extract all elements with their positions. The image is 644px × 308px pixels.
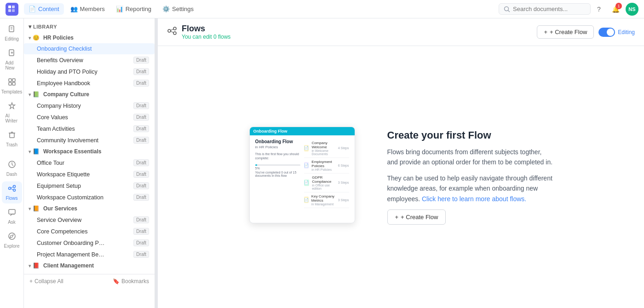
content-icon: 📄 bbox=[29, 6, 36, 12]
flow-item-icon: 📄 bbox=[304, 197, 309, 203]
flows-para2: They can be used to help easily navigate… bbox=[387, 173, 553, 204]
flow-item-sub: in Welcome Documents bbox=[311, 149, 338, 156]
flow-item-2: 📄 GDPR Compliance in Office use edition … bbox=[304, 174, 349, 192]
flows-create-flow-button[interactable]: + + Create Flow bbox=[387, 209, 446, 225]
flow-item-icon: 📄 bbox=[304, 162, 309, 169]
sidebar-employee-handbook[interactable]: Employee Handbook Draft bbox=[24, 77, 155, 89]
sidebar-holiday-pto-policy[interactable]: Holiday and PTO Policy Draft bbox=[24, 66, 155, 77]
editing-label: Editing bbox=[5, 36, 19, 41]
chevron-down-icon: ▾ bbox=[29, 206, 31, 211]
sidebar-item-editing[interactable]: Editing bbox=[2, 22, 22, 44]
sidebar-equipment-setup[interactable]: Equipment Setup Draft bbox=[24, 180, 155, 192]
avatar[interactable]: NS bbox=[626, 3, 638, 16]
bookmarks-button[interactable]: 🔖 Bookmarks bbox=[113, 278, 149, 285]
sidebar-item-flows[interactable]: Flows bbox=[2, 181, 22, 203]
sidebar-item-templates[interactable]: Templates bbox=[2, 75, 22, 97]
sidebar-office-tour[interactable]: Office Tour Draft bbox=[24, 157, 155, 169]
flow-item-icon: 📄 bbox=[304, 145, 309, 151]
sidebar-item-ai-writer[interactable]: AI Writer bbox=[2, 99, 22, 126]
sidebar-community-involvement[interactable]: Community Involvement Draft bbox=[24, 134, 155, 146]
collapse-all-button[interactable]: + Collapse All bbox=[29, 278, 63, 285]
ask-icon bbox=[8, 208, 16, 219]
item-label: Company History bbox=[37, 103, 81, 109]
nav-settings-label: Settings bbox=[172, 6, 194, 12]
nav-content-label: Content bbox=[38, 6, 59, 12]
library-label: Library bbox=[33, 24, 57, 29]
our-services-label: Our Services bbox=[43, 205, 77, 212]
reporting-icon: 📊 bbox=[116, 6, 123, 12]
plus-icon: + bbox=[544, 29, 547, 35]
nav-members[interactable]: 👥 Members bbox=[66, 3, 109, 15]
flow-item-text-block: Company Welcome in Welcome Documents bbox=[311, 141, 338, 156]
sidebar: ▾ Library ▾ 😊 HR Policies Onboarding Che… bbox=[24, 18, 155, 308]
members-icon: 👥 bbox=[70, 6, 78, 12]
draft-badge: Draft bbox=[133, 228, 149, 235]
templates-label: Templates bbox=[1, 89, 23, 94]
svg-line-30 bbox=[171, 29, 173, 30]
category-workspace-essentials[interactable]: ▾ 📘 Workspace Essentials bbox=[24, 146, 155, 157]
explore-icon bbox=[8, 232, 16, 243]
item-label: Customer Onboarding Proce... bbox=[37, 240, 106, 246]
svg-point-20 bbox=[8, 187, 11, 190]
sidebar-core-competencies[interactable]: Core Competencies Draft bbox=[24, 226, 155, 237]
flows-para1: Flows bring documents from different sub… bbox=[387, 147, 553, 168]
search-input[interactable] bbox=[513, 6, 577, 12]
item-label: Workspace Etiquette bbox=[37, 171, 90, 178]
svg-point-21 bbox=[13, 186, 15, 188]
sidebar-core-values[interactable]: Core Values Draft bbox=[24, 111, 155, 123]
flow-card-main-title: Onboarding Flow bbox=[255, 139, 300, 144]
sidebar-item-dash[interactable]: Dash bbox=[2, 157, 22, 180]
sidebar-company-history[interactable]: Company History Draft bbox=[24, 100, 155, 111]
item-label: Onboarding Checklist bbox=[37, 46, 92, 52]
header-create-flow-button[interactable]: + + Create Flow bbox=[537, 25, 594, 39]
nav-settings[interactable]: ⚙️ Settings bbox=[158, 3, 198, 15]
sidebar-item-add-new[interactable]: Add New bbox=[2, 46, 22, 73]
sidebar-workspace-customization[interactable]: Workspace Customization Draft bbox=[24, 192, 155, 203]
notifications-button[interactable]: 🔔 1 bbox=[609, 3, 622, 16]
search-bar[interactable] bbox=[499, 3, 591, 15]
svg-rect-0 bbox=[8, 6, 11, 8]
chevron-down-icon: ▾ bbox=[29, 35, 31, 41]
svg-point-29 bbox=[173, 32, 176, 35]
draft-badge: Draft bbox=[133, 68, 149, 75]
flow-item-steps: 3 Steps bbox=[338, 198, 349, 202]
svg-point-27 bbox=[168, 29, 171, 32]
sidebar-customer-onboarding[interactable]: Customer Onboarding Proce... Draft bbox=[24, 237, 155, 249]
sidebar-team-activities[interactable]: Team Activities Draft bbox=[24, 123, 155, 134]
flows-header-icon bbox=[167, 26, 177, 38]
flows-nav-icon bbox=[8, 184, 16, 195]
hr-policies-label: HR Policies bbox=[43, 35, 74, 41]
nav-reporting[interactable]: 📊 Reporting bbox=[111, 3, 156, 15]
svg-rect-13 bbox=[12, 79, 15, 81]
flows-learn-more-link[interactable]: Click here to learn more about flows. bbox=[422, 195, 526, 203]
nav-reporting-label: Reporting bbox=[126, 6, 151, 12]
category-our-services[interactable]: ▾ 📙 Our Services bbox=[24, 203, 155, 214]
flow-item-icon: 📄 bbox=[304, 180, 310, 186]
main-layout: Editing Add New Templates AI Writer Tras… bbox=[0, 18, 644, 308]
sidebar-item-trash[interactable]: Trash bbox=[2, 128, 22, 150]
sidebar-project-management[interactable]: Project Management Best Pr... Draft bbox=[24, 249, 155, 260]
help-button[interactable]: ? bbox=[592, 3, 605, 16]
sidebar-service-overview[interactable]: Service Overview Draft bbox=[24, 214, 155, 226]
svg-rect-1 bbox=[12, 6, 15, 8]
editing-toggle[interactable]: Editing bbox=[598, 28, 635, 37]
sidebar-item-ask[interactable]: Ask bbox=[2, 205, 22, 227]
nav-content[interactable]: 📄 Content bbox=[24, 3, 64, 15]
plus-icon: + bbox=[395, 214, 399, 221]
chevron-down-icon: ▾ bbox=[29, 23, 31, 30]
library-category[interactable]: ▾ Library bbox=[24, 21, 155, 32]
sidebar-onboarding-checklist[interactable]: Onboarding Checklist bbox=[24, 43, 155, 54]
company-culture-label: Company Culture bbox=[43, 91, 89, 98]
svg-rect-15 bbox=[12, 82, 15, 85]
category-client-management[interactable]: ▾ 📕 Client Management bbox=[24, 260, 155, 271]
sidebar-item-explore[interactable]: Explore bbox=[2, 229, 22, 251]
header-title-block: Flows You can edit 0 flows bbox=[182, 24, 230, 40]
toggle-knob bbox=[607, 29, 614, 36]
flow-item-text-block: Employment Policies in HR Policies bbox=[311, 160, 338, 171]
toggle-control[interactable] bbox=[598, 28, 615, 37]
category-company-culture[interactable]: ▾ 📗 Company Culture bbox=[24, 89, 155, 100]
category-hr-policies[interactable]: ▾ 😊 HR Policies bbox=[24, 32, 155, 43]
draft-badge: Draft bbox=[133, 182, 149, 189]
sidebar-workspace-etiquette[interactable]: Workspace Etiquette Draft bbox=[24, 169, 155, 180]
sidebar-benefits-overview[interactable]: Benefits Overview Draft bbox=[24, 54, 155, 66]
